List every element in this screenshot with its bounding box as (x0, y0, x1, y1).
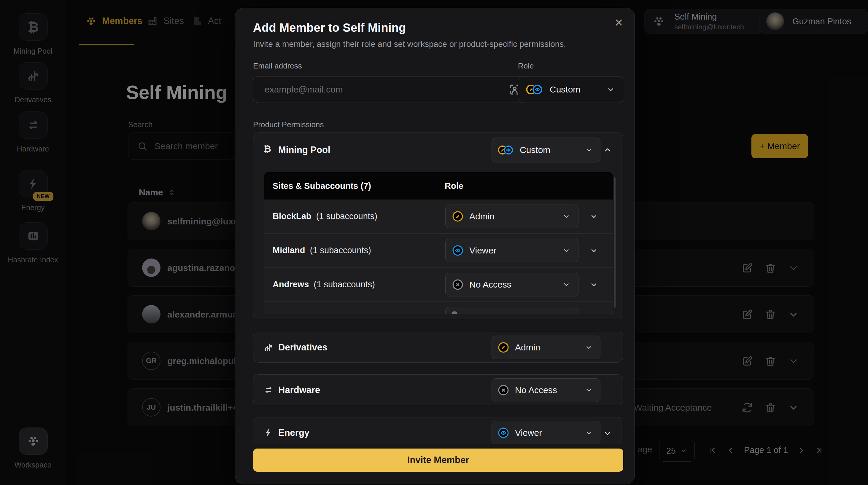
product-name: Derivatives (278, 342, 327, 353)
lightning-icon (264, 427, 274, 438)
expand-chevron-icon[interactable] (589, 212, 598, 221)
site-role-select[interactable]: No Access (445, 273, 579, 296)
product-section-hardware: Hardware No Access (253, 375, 623, 405)
chevron-down-icon (562, 281, 570, 289)
chevron-down-icon (562, 212, 570, 221)
site-role-select-partial (445, 307, 579, 314)
site-subaccounts: (1 subaccounts) (316, 212, 377, 221)
energy-role-select[interactable]: Viewer (492, 421, 600, 444)
table-scrollbar[interactable] (614, 177, 616, 308)
expand-chevron-icon[interactable] (589, 246, 598, 255)
role-label: Role (518, 61, 534, 70)
product-section-energy: Energy Viewer (253, 417, 623, 444)
site-row: Andrews (1 subaccounts) No Access (264, 267, 613, 301)
site-row-partial (264, 301, 613, 314)
invite-member-button[interactable]: Invite Member (253, 449, 623, 472)
role-header: Role (445, 181, 463, 191)
sites-header: Sites & Subaccounts (7) (273, 181, 445, 191)
viewer-role-icon (452, 244, 464, 257)
email-field[interactable] (264, 84, 508, 95)
no-access-role-icon (497, 384, 509, 396)
sites-table-header: Sites & Subaccounts (7) Role (264, 172, 613, 199)
site-row: BlockLab (1 subaccounts) Admin (264, 199, 613, 233)
email-label: Email address (253, 61, 302, 70)
admin-role-icon (497, 341, 509, 354)
product-section-energy-clip: Energy Viewer (253, 417, 623, 444)
expand-chevron-icon[interactable] (603, 429, 612, 438)
modal-subtitle: Invite a member, assign their role and s… (253, 39, 566, 49)
derivatives-chart-icon (264, 342, 274, 352)
permissions-label: Product Permissions (253, 120, 323, 129)
product-section-derivatives: Derivatives Admin (253, 332, 623, 362)
product-name: Energy (278, 427, 309, 438)
chevron-down-icon (585, 343, 593, 352)
chevron-down-icon (585, 146, 593, 154)
product-section-mining-pool: ₿ Mining Pool Custom Sites & Subaccounts… (253, 132, 623, 319)
email-field-wrap (253, 76, 530, 103)
product-name: Mining Pool (278, 145, 331, 155)
custom-role-icon (497, 144, 515, 156)
no-access-role-icon (452, 279, 464, 291)
modal-title: Add Member to Self Mining (253, 21, 406, 34)
chevron-down-icon (607, 85, 615, 94)
hardware-role-select[interactable]: No Access (492, 378, 600, 402)
viewer-role-icon (497, 427, 509, 439)
site-name: Andrews (273, 280, 309, 289)
site-name: BlockLab (273, 212, 311, 221)
role-select[interactable]: Custom (518, 76, 623, 103)
chevron-down-icon (562, 246, 570, 255)
admin-role-icon (452, 210, 464, 223)
chevron-down-icon (585, 386, 593, 394)
product-name: Hardware (278, 385, 320, 395)
custom-role-icon (525, 83, 544, 96)
mining-pool-role-select[interactable]: Custom (492, 137, 600, 162)
derivatives-role-select[interactable]: Admin (492, 335, 600, 359)
collapse-chevron-up-icon[interactable] (603, 145, 612, 155)
close-icon[interactable]: ✕ (614, 18, 623, 28)
transfer-arrows-icon (264, 385, 274, 395)
app-window: ₿ Mining Pool Derivatives Hardware NEW E… (0, 0, 868, 485)
site-role-select[interactable]: Viewer (445, 239, 579, 262)
site-subaccounts: (1 subaccounts) (314, 280, 375, 289)
bitcoin-icon: ₿ (264, 143, 271, 155)
site-subaccounts: (1 subaccounts) (310, 246, 371, 255)
expand-chevron-icon[interactable] (589, 280, 598, 289)
add-member-modal: Add Member to Self Mining Invite a membe… (235, 8, 635, 484)
site-name: Midland (273, 246, 305, 255)
chevron-down-icon (585, 429, 593, 437)
site-row: Midland (1 subaccounts) Viewer (264, 233, 613, 267)
site-role-select[interactable]: Admin (445, 204, 579, 228)
role-icon-partial (452, 311, 458, 314)
sites-table: Sites & Subaccounts (7) Role BlockLab (1… (264, 172, 613, 314)
